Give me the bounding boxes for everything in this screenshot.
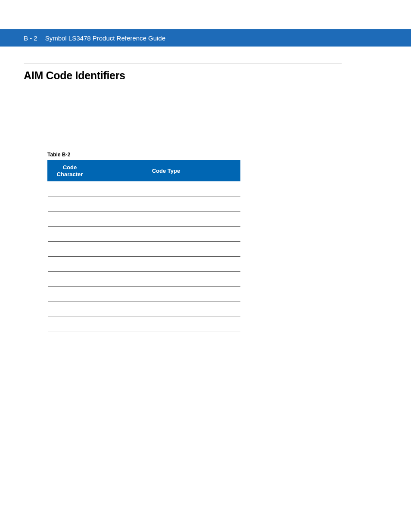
col-header-code-type: Code Type (92, 161, 240, 181)
cell-char (48, 242, 92, 257)
cell-char (48, 212, 92, 227)
cell-type (92, 257, 240, 272)
cell-type (92, 181, 240, 196)
cell-char (48, 227, 92, 242)
table-row (48, 212, 240, 227)
table-body (48, 181, 240, 347)
cell-char (48, 196, 92, 212)
table-row (48, 181, 240, 196)
col-header-code-character: Code Character (48, 161, 92, 181)
cell-type (92, 272, 240, 287)
page-number-label: B - 2 (24, 34, 37, 42)
divider (24, 63, 342, 63)
table-row (48, 272, 240, 287)
table-row (48, 332, 240, 347)
content-area: AIM Code Identifiers Table B-2 Code Char… (0, 63, 411, 347)
table-row (48, 317, 240, 332)
page-header: B - 2 Symbol LS3478 Product Reference Gu… (0, 29, 411, 47)
cell-type (92, 212, 240, 227)
table-row (48, 287, 240, 302)
document-title: Symbol LS3478 Product Reference Guide (45, 34, 165, 42)
cell-type (92, 332, 240, 347)
table-caption: Table B-2 (47, 152, 387, 158)
cell-char (48, 302, 92, 317)
table-row (48, 302, 240, 317)
table-row (48, 242, 240, 257)
cell-type (92, 242, 240, 257)
table-row (48, 196, 240, 212)
table-container: Table B-2 Code Character Code Type (47, 152, 387, 347)
cell-char (48, 287, 92, 302)
cell-type (92, 196, 240, 212)
cell-char (48, 272, 92, 287)
cell-type (92, 317, 240, 332)
cell-char (48, 181, 92, 196)
aim-code-table: Code Character Code Type (47, 160, 240, 347)
table-row (48, 257, 240, 272)
cell-char (48, 317, 92, 332)
cell-type (92, 302, 240, 317)
cell-char (48, 257, 92, 272)
cell-char (48, 332, 92, 347)
table-row (48, 227, 240, 242)
section-heading: AIM Code Identifiers (24, 69, 387, 82)
cell-type (92, 287, 240, 302)
cell-type (92, 227, 240, 242)
